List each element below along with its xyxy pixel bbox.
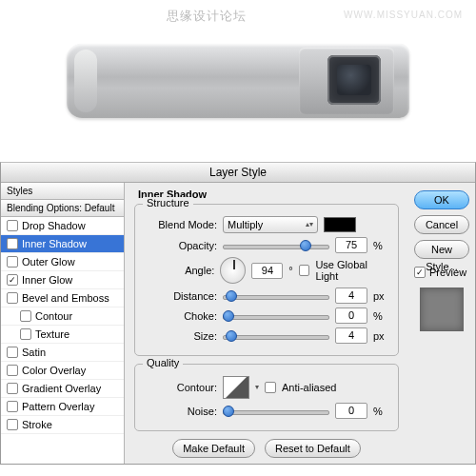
global-light-checkbox[interactable] [299,265,310,276]
style-checkbox[interactable] [7,365,18,376]
angle-input[interactable]: 94 [251,263,283,279]
sidebar-item-label: Drop Shadow [22,220,86,231]
opacity-unit: % [373,240,390,251]
contour-label: Contour: [143,382,217,393]
preview-checkbox[interactable]: ✓ [414,267,426,278]
opacity-input[interactable]: 75 [335,237,367,253]
sidebar-item-satin[interactable]: Satin [1,344,124,362]
opacity-label: Opacity: [143,240,217,251]
sidebar-item-label: Pattern Overlay [22,401,94,412]
structure-title: Structure [143,197,193,208]
style-checkbox[interactable] [20,328,31,340]
style-checkbox[interactable] [7,256,18,268]
shadow-color-swatch[interactable] [324,217,356,232]
blendmode-select[interactable]: Multiply▴▾ [223,216,318,233]
sidebar-item-label: Outer Glow [22,256,75,268]
sidebar-item-pattern-overlay[interactable]: Pattern Overlay [1,398,124,416]
antialias-label: Anti-aliased [282,382,336,393]
style-checkbox[interactable] [7,220,18,231]
sidebar-item-stroke[interactable]: Stroke [1,416,124,434]
quality-title: Quality [143,357,183,368]
layer-style-dialog: Layer Style Styles Blending Options: Def… [0,162,476,465]
sidebar-item-label: Stroke [22,419,52,430]
choke-slider[interactable] [223,309,329,323]
sidebar-blending-header[interactable]: Blending Options: Default [1,200,124,217]
sidebar-item-label: Bevel and Emboss [22,292,109,304]
noise-label: Noise: [143,406,217,417]
style-checkbox[interactable] [7,401,18,412]
reset-default-button[interactable]: Reset to Default [265,439,361,458]
distance-unit: px [373,290,390,302]
sidebar-item-inner-glow[interactable]: ✓Inner Glow [1,271,124,289]
sidebar-item-label: Inner Shadow [22,238,87,249]
sidebar-item-color-overlay[interactable]: Color Overlay [1,362,124,380]
size-input[interactable]: 4 [335,327,367,344]
dialog-title: Layer Style [1,163,475,183]
sidebar-item-outer-glow[interactable]: Outer Glow [1,253,124,271]
size-slider[interactable] [223,329,329,343]
angle-dial[interactable] [220,257,246,284]
sidebar-item-label: Texture [35,328,69,340]
style-checkbox[interactable] [20,310,31,322]
distance-label: Distance: [143,290,217,302]
make-default-button[interactable]: Make Default [172,439,255,458]
style-checkbox[interactable] [7,292,18,304]
sidebar-item-label: Inner Glow [22,274,72,286]
sidebar-item-label: Contour [35,310,72,322]
sidebar-item-texture[interactable]: Texture [1,326,124,344]
watermark-cn: 思缘设计论坛 [167,8,247,25]
size-unit: px [373,330,390,342]
angle-degree: ° [288,265,292,276]
style-checkbox[interactable]: ✓ [7,274,18,286]
noise-input[interactable]: 0 [335,403,367,419]
choke-input[interactable]: 0 [335,307,367,324]
angle-label: Angle: [143,265,214,276]
style-checkbox[interactable] [7,347,18,358]
sidebar-item-label: Gradient Overlay [22,383,101,394]
new-style-button[interactable]: New Style... [414,240,469,259]
preview-label: Preview [429,267,466,278]
sidebar-item-gradient-overlay[interactable]: Gradient Overlay [1,380,124,398]
antialias-checkbox[interactable] [265,382,276,393]
style-checkbox[interactable] [7,419,18,430]
sidebar-item-drop-shadow[interactable]: Drop Shadow [1,217,124,235]
quality-group: Quality Contour: ▾ Anti-aliased Noise: 0… [134,364,399,431]
style-checkbox[interactable] [7,383,18,394]
distance-input[interactable]: 4 [335,288,367,304]
blendmode-label: Blend Mode: [143,219,217,230]
sidebar-item-label: Satin [22,347,46,358]
sidebar-styles-header[interactable]: Styles [1,183,124,200]
chevron-down-icon[interactable]: ▾ [255,385,259,390]
styles-sidebar: Styles Blending Options: Default Drop Sh… [1,183,125,464]
sidebar-item-label: Color Overlay [22,365,86,376]
style-checkbox[interactable]: ✓ [7,238,18,249]
size-label: Size: [143,330,217,342]
global-light-label: Use Global Light [315,259,390,282]
structure-group: Structure Blend Mode: Multiply▴▾ Opacity… [134,204,399,356]
sidebar-item-contour[interactable]: Contour [1,307,124,326]
sidebar-item-bevel-and-emboss[interactable]: Bevel and Emboss [1,289,124,307]
opacity-slider[interactable] [223,239,329,252]
contour-picker[interactable] [223,376,249,399]
watermark-url: WWW.MISSYUAN.COM [344,10,463,20]
noise-unit: % [373,406,390,417]
device-render [67,44,409,118]
ok-button[interactable]: OK [414,190,469,209]
choke-unit: % [373,310,390,322]
choke-label: Choke: [143,310,217,322]
noise-slider[interactable] [223,405,329,418]
chevron-updown-icon: ▴▾ [306,222,313,228]
cancel-button[interactable]: Cancel [414,215,469,234]
preview-swatch [420,288,464,331]
sidebar-item-inner-shadow[interactable]: ✓Inner Shadow [1,235,124,253]
distance-slider[interactable] [223,289,329,303]
